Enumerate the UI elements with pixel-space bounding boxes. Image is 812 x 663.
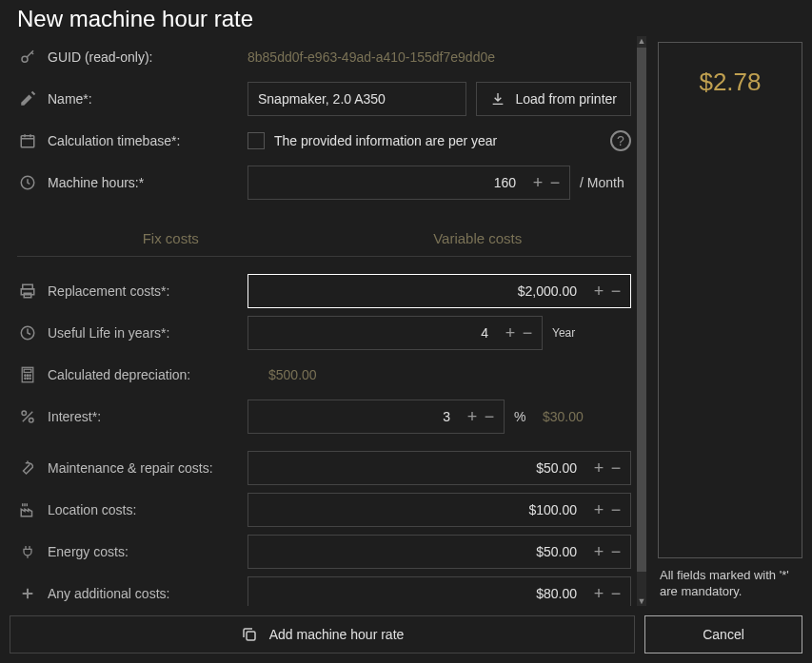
interest-input[interactable] — [248, 409, 458, 424]
additional-label: Any additional costs: — [48, 586, 238, 601]
depreciation-value: $500.00 — [248, 367, 317, 382]
interest-pct: % — [514, 409, 533, 424]
interest-amount: $30.00 — [543, 409, 594, 424]
replacement-input[interactable] — [248, 283, 584, 299]
clock-icon — [17, 174, 38, 191]
machine-hours-up[interactable]: + — [531, 173, 545, 193]
svg-point-0 — [22, 56, 28, 62]
useful-life-label: Useful Life in years*: — [48, 325, 238, 341]
scrollbar-thumb[interactable] — [637, 48, 646, 572]
factory-icon — [17, 501, 38, 518]
name-row: Name*: Load from printer — [17, 78, 631, 120]
tab-variable-costs[interactable]: Variable costs — [325, 221, 632, 256]
energy-row: Energy costs: + − — [17, 531, 631, 573]
mandatory-note: All fields marked with '*' are mandatory… — [658, 558, 802, 606]
hourglass-icon — [17, 324, 38, 341]
machine-hours-input[interactable] — [248, 175, 524, 190]
per-year-checkbox[interactable] — [248, 132, 265, 149]
guid-value: 8b85dd0f-e963-49ad-a410-155df7e9dd0e — [248, 49, 495, 65]
maintenance-up[interactable]: + — [592, 458, 605, 478]
svg-point-14 — [30, 378, 30, 379]
useful-life-row: Useful Life in years*: + − Year — [17, 312, 631, 354]
svg-point-9 — [25, 375, 26, 376]
additional-row: Any additional costs: + − — [17, 573, 631, 606]
machine-hours-down[interactable]: − — [548, 173, 562, 193]
svg-rect-8 — [24, 369, 31, 372]
guid-label: GUID (read-only): — [48, 49, 238, 65]
timebase-row: Calculation timebase*: The provided info… — [17, 120, 631, 162]
svg-rect-1 — [21, 136, 34, 147]
svg-point-15 — [22, 411, 27, 416]
depreciation-row: Calculated depreciation: $500.00 — [17, 354, 631, 396]
useful-life-up[interactable]: + — [504, 323, 517, 343]
replacement-down[interactable]: − — [609, 282, 623, 302]
svg-point-13 — [27, 378, 28, 379]
svg-point-10 — [27, 375, 28, 376]
energy-up[interactable]: + — [592, 542, 605, 562]
add-rate-label: Add machine hour rate — [269, 627, 405, 642]
wrench-icon — [17, 459, 38, 477]
machine-hours-unit: / Month — [580, 175, 631, 190]
svg-point-11 — [30, 375, 30, 376]
energy-input[interactable] — [248, 544, 584, 559]
interest-row: Interest*: + − % $30.00 — [17, 396, 631, 438]
location-up[interactable]: + — [592, 500, 605, 520]
load-printer-label: Load from printer — [515, 91, 617, 107]
name-input[interactable] — [248, 82, 466, 116]
cost-tabs: Fix costs Variable costs — [17, 221, 631, 257]
plus-icon — [17, 586, 38, 601]
replacement-row: Replacement costs*: + − — [17, 270, 631, 312]
interest-up[interactable]: + — [465, 407, 479, 427]
useful-life-down[interactable]: − — [521, 323, 534, 343]
location-down[interactable]: − — [609, 500, 623, 520]
cancel-button[interactable]: Cancel — [644, 615, 802, 653]
location-row: Location costs: + − — [17, 489, 631, 531]
key-icon — [17, 49, 38, 66]
maintenance-row: Maintenance & repair costs: + − — [17, 447, 631, 489]
copy-icon — [241, 626, 258, 643]
printer-icon — [17, 283, 38, 300]
useful-life-input[interactable] — [248, 325, 496, 341]
help-icon[interactable]: ? — [610, 130, 631, 151]
edit-icon — [17, 90, 38, 107]
maintenance-input[interactable] — [248, 460, 584, 476]
energy-label: Energy costs: — [48, 544, 238, 559]
replacement-up[interactable]: + — [592, 282, 605, 302]
useful-life-unit: Year — [552, 326, 604, 340]
scroll-down-arrow[interactable]: ▼ — [637, 596, 646, 606]
timebase-label: Calculation timebase*: — [48, 133, 238, 148]
name-label: Name*: — [48, 91, 238, 107]
additional-input[interactable] — [248, 586, 584, 601]
interest-down[interactable]: − — [483, 407, 496, 427]
load-from-printer-button[interactable]: Load from printer — [476, 82, 631, 116]
machine-hours-row: Machine hours:* + − / Month — [17, 162, 631, 204]
machine-hours-label: Machine hours:* — [48, 175, 238, 190]
energy-down[interactable]: − — [609, 542, 623, 562]
calculator-icon — [17, 366, 38, 383]
rate-box: $2.78 — [658, 42, 802, 558]
add-rate-button[interactable]: Add machine hour rate — [10, 615, 635, 653]
depreciation-label: Calculated depreciation: — [48, 367, 238, 382]
location-label: Location costs: — [48, 502, 238, 517]
page-title: New machine hour rate — [0, 0, 812, 36]
percent-icon — [17, 408, 38, 425]
location-input[interactable] — [248, 502, 584, 517]
svg-rect-17 — [247, 632, 255, 640]
per-year-label: The provided information are per year — [274, 133, 497, 148]
cancel-label: Cancel — [703, 627, 744, 642]
svg-point-16 — [30, 419, 34, 423]
tab-fix-costs[interactable]: Fix costs — [17, 221, 325, 256]
guid-row: GUID (read-only): 8b85dd0f-e963-49ad-a41… — [17, 36, 631, 78]
rate-value: $2.78 — [699, 68, 761, 557]
interest-label: Interest*: — [48, 409, 238, 424]
maintenance-label: Maintenance & repair costs: — [48, 460, 238, 476]
additional-down[interactable]: − — [609, 584, 623, 604]
scroll-up-arrow[interactable]: ▲ — [637, 36, 646, 46]
calendar-icon — [17, 132, 38, 149]
replacement-label: Replacement costs*: — [48, 283, 238, 299]
svg-point-12 — [25, 378, 26, 379]
plug-icon — [17, 543, 38, 560]
maintenance-down[interactable]: − — [609, 458, 623, 478]
additional-up[interactable]: + — [592, 584, 605, 604]
download-icon — [490, 91, 505, 107]
